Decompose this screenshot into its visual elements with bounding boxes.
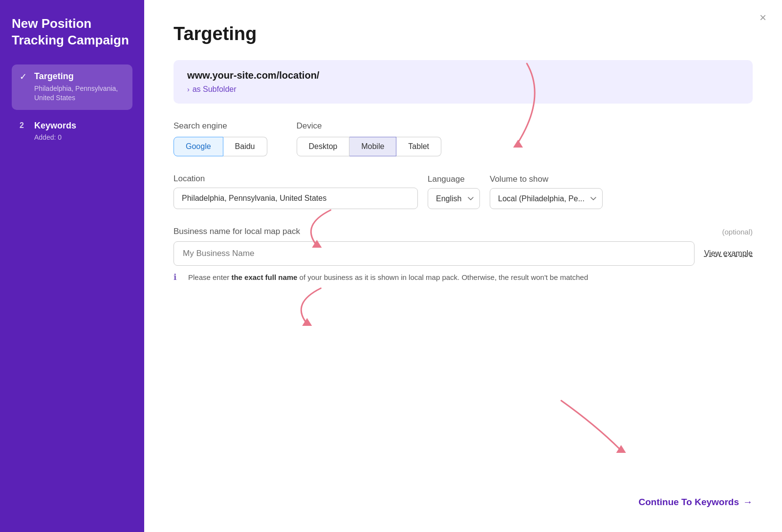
device-section: Device Desktop Mobile Tablet	[297, 121, 442, 156]
btn-desktop[interactable]: Desktop	[297, 137, 350, 156]
business-name-section: Business name for local map pack (option…	[174, 227, 753, 283]
volume-label: Volume to show	[490, 174, 603, 184]
volume-select-wrap: Local (Philadelphia, Pe...	[490, 188, 603, 209]
sidebar-title: New Position Tracking Campaign	[12, 16, 132, 49]
sidebar-item-targeting[interactable]: ✓ Targeting Philadelphia, Pennsylvania, …	[12, 64, 132, 110]
device-btn-group: Desktop Mobile Tablet	[297, 137, 442, 156]
engine-device-row: Search engine Google Baidu Device Deskto…	[174, 121, 753, 156]
main-content: × Targeting www.your-site.com/location/ …	[144, 0, 782, 532]
continue-label: Continue To Keywords	[639, 497, 739, 508]
btn-tablet[interactable]: Tablet	[396, 137, 441, 156]
sidebar-item-keywords-header: 2 Keywords	[20, 121, 125, 131]
hint-text: Please enter the exact full name of your…	[188, 272, 588, 283]
business-name-header: Business name for local map pack (option…	[174, 227, 753, 236]
close-button[interactable]: ×	[760, 12, 766, 23]
svg-marker-2	[302, 318, 312, 326]
btn-baidu[interactable]: Baidu	[223, 137, 267, 156]
language-select-wrap: English	[428, 188, 480, 209]
location-field-group: Location	[174, 174, 418, 209]
svg-marker-3	[616, 445, 626, 453]
sidebar-item-targeting-header: ✓ Targeting	[20, 71, 125, 82]
language-label: Language	[428, 174, 480, 184]
sidebar-item-keywords-label: Keywords	[34, 121, 76, 131]
business-name-label: Business name for local map pack	[174, 227, 300, 236]
location-input[interactable]	[174, 188, 418, 209]
volume-field-group: Volume to show Local (Philadelphia, Pe..…	[490, 174, 603, 209]
btn-google[interactable]: Google	[174, 137, 223, 156]
business-input-row: View example	[174, 241, 753, 266]
business-name-input[interactable]	[174, 241, 695, 266]
sidebar-item-keywords[interactable]: 2 Keywords Added: 0	[12, 114, 132, 149]
arrow-right-icon: →	[743, 496, 753, 508]
sidebar-item-keywords-number: 2	[20, 121, 29, 130]
hint-row: ℹ Please enter the exact full name of yo…	[174, 272, 753, 283]
chevron-right-icon: ›	[187, 85, 190, 93]
sidebar-item-keywords-sublabel: Added: 0	[20, 133, 125, 143]
continue-to-keywords-button[interactable]: Continue To Keywords →	[639, 496, 753, 508]
location-language-row: Location Language English Volume to show…	[174, 174, 753, 209]
url-subfolder-link[interactable]: › as Subfolder	[187, 85, 739, 94]
url-subfolder-label: as Subfolder	[193, 85, 237, 94]
btn-mobile[interactable]: Mobile	[349, 137, 396, 156]
view-example-link[interactable]: View example	[704, 249, 753, 258]
language-select[interactable]: English	[428, 188, 480, 209]
sidebar: New Position Tracking Campaign ✓ Targeti…	[0, 0, 144, 532]
checkmark-icon: ✓	[20, 71, 29, 82]
location-label: Location	[174, 174, 418, 184]
language-field-group: Language English	[428, 174, 480, 209]
search-engine-label: Search engine	[174, 121, 267, 131]
volume-select[interactable]: Local (Philadelphia, Pe...	[490, 188, 603, 209]
info-icon: ℹ	[174, 272, 183, 282]
url-text: www.your-site.com/location/	[187, 70, 739, 81]
optional-label: (optional)	[722, 228, 753, 236]
page-title: Targeting	[174, 23, 753, 44]
sidebar-item-targeting-label: Targeting	[34, 71, 74, 82]
sidebar-item-targeting-sublabel: Philadelphia, Pennsylvania, United State…	[20, 84, 125, 103]
url-box: www.your-site.com/location/ › as Subfold…	[174, 60, 753, 104]
search-engine-section: Search engine Google Baidu	[174, 121, 267, 156]
search-engine-btn-group: Google Baidu	[174, 137, 267, 156]
device-label: Device	[297, 121, 442, 131]
continue-btn-row: Continue To Keywords →	[639, 496, 753, 508]
sidebar-nav: ✓ Targeting Philadelphia, Pennsylvania, …	[12, 64, 132, 149]
